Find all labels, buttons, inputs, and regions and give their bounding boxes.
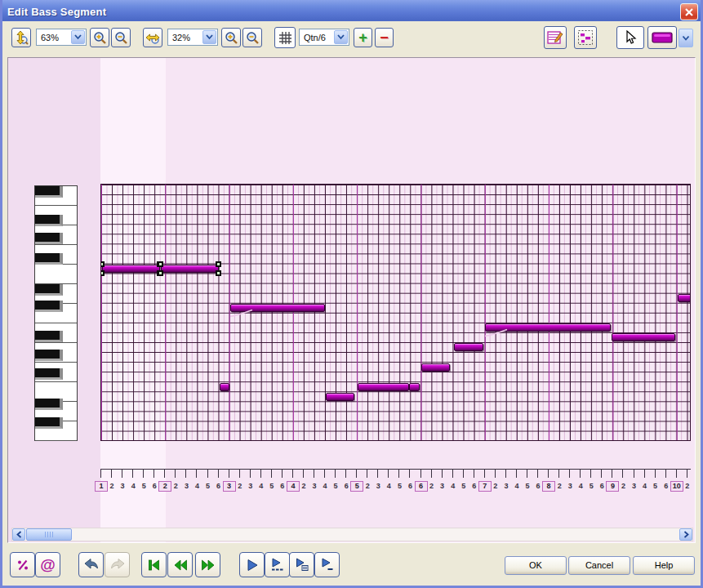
vertical-zoom-button[interactable]	[11, 28, 31, 47]
horizontal-zoom-select[interactable]: 32%	[167, 29, 218, 46]
midi-note[interactable]	[612, 333, 675, 341]
chevron-down-icon[interactable]	[202, 30, 216, 44]
piano-roll-grid[interactable]	[100, 184, 691, 441]
pattern-select-button[interactable]	[574, 26, 597, 49]
chevron-down-icon[interactable]	[71, 30, 85, 44]
beat-number: 2	[558, 482, 562, 490]
chevron-down-icon[interactable]	[334, 30, 348, 44]
midi-note[interactable]	[678, 294, 691, 302]
timeline-ruler	[100, 469, 691, 479]
remove-button[interactable]: −	[375, 28, 394, 47]
horizontal-scrollbar[interactable]	[11, 528, 693, 541]
at-properties-button[interactable]: @	[35, 552, 60, 577]
piano-black-key[interactable]	[35, 368, 63, 380]
piano-black-key[interactable]	[35, 253, 63, 265]
beat-number: 6	[408, 482, 412, 490]
ruler-tick	[676, 470, 677, 478]
horizontal-zoom-out-button[interactable]	[242, 28, 262, 47]
rewind-button[interactable]	[167, 552, 193, 577]
vertical-zoom-in-button[interactable]	[90, 28, 109, 47]
scrollbar-thumb[interactable]	[26, 528, 72, 541]
percent-icon	[16, 558, 30, 572]
redo-button[interactable]	[105, 552, 130, 577]
ruler-tick	[218, 470, 219, 478]
cancel-button[interactable]: Cancel	[568, 556, 630, 575]
piano-black-key[interactable]	[35, 350, 63, 361]
midi-note[interactable]	[220, 383, 229, 391]
piano-black-key[interactable]	[35, 233, 63, 244]
ruler-tick	[271, 470, 272, 478]
snap-grid-button[interactable]	[274, 27, 296, 48]
ruler-tick	[644, 470, 645, 478]
selection-handle[interactable]	[100, 270, 105, 276]
event-list-button[interactable]	[544, 26, 567, 49]
help-button[interactable]: Help	[633, 556, 695, 575]
horizontal-zoom-icon	[145, 30, 160, 45]
selection-handle[interactable]	[216, 270, 221, 276]
play-list-button[interactable]	[289, 552, 314, 577]
ruler-tick	[111, 470, 112, 478]
zoom-in-icon	[225, 31, 238, 45]
piano-black-key[interactable]	[35, 331, 63, 342]
rewind-icon	[173, 559, 188, 572]
ruler-tick	[431, 470, 432, 478]
beat-number: 2	[493, 482, 497, 490]
selection-handle[interactable]	[158, 261, 163, 267]
midi-note[interactable]	[409, 383, 420, 391]
beat-number: 6	[280, 482, 284, 490]
vertical-zoom-out-button[interactable]	[111, 28, 131, 47]
ruler-tick	[409, 470, 410, 478]
selection-handle[interactable]	[158, 270, 163, 276]
bar-number: 6	[415, 481, 428, 492]
selection-handle[interactable]	[216, 261, 221, 267]
piano-black-key[interactable]	[35, 417, 63, 429]
ruler-tick	[580, 470, 581, 478]
ruler-tick	[303, 470, 304, 478]
piano-black-key[interactable]	[35, 186, 63, 198]
velocity-percent-button[interactable]	[10, 552, 35, 577]
piano-black-key[interactable]	[35, 215, 63, 226]
go-to-start-button[interactable]	[141, 552, 167, 577]
play-button[interactable]	[239, 552, 265, 577]
bottom-toolbar: @	[2, 543, 701, 583]
ruler-tick	[569, 470, 570, 478]
bar-number: 2	[158, 481, 171, 492]
grid-resolution-select[interactable]: Qtn/6	[299, 29, 349, 46]
midi-note[interactable]	[454, 343, 484, 351]
midi-note[interactable]	[421, 363, 450, 372]
add-button[interactable]: +	[354, 28, 372, 47]
scroll-right-button[interactable]	[679, 528, 692, 541]
selection-handle[interactable]	[100, 261, 105, 267]
midi-note-selected[interactable]	[161, 265, 218, 273]
beat-number: 6	[600, 482, 604, 490]
midi-note-selected[interactable]	[102, 265, 161, 273]
scroll-left-button[interactable]	[12, 528, 25, 541]
piano-black-key[interactable]	[35, 284, 63, 296]
midi-note[interactable]	[485, 323, 611, 332]
pointer-tool-button[interactable]	[616, 26, 644, 49]
vertical-zoom-select[interactable]: 63%	[36, 29, 87, 46]
note-tool-dropdown[interactable]	[679, 29, 693, 47]
midi-note[interactable]	[230, 304, 325, 312]
ruler-tick	[292, 470, 293, 478]
horizontal-zoom-in-button[interactable]	[221, 28, 241, 47]
undo-button[interactable]	[78, 552, 104, 577]
piano-black-key[interactable]	[35, 301, 63, 312]
beat-number: 3	[632, 482, 636, 490]
titlebar[interactable]: Edit Bass Segment	[0, 0, 703, 24]
play-muted-button[interactable]	[314, 552, 340, 577]
close-button[interactable]	[680, 3, 698, 20]
piano-black-key[interactable]	[35, 399, 63, 410]
fast-forward-button[interactable]	[195, 552, 220, 577]
piano-white-key[interactable]	[35, 265, 77, 284]
horizontal-zoom-button[interactable]	[143, 28, 162, 47]
ruler-tick	[516, 470, 517, 478]
grid-resolution-value: Qtn/6	[300, 33, 334, 42]
midi-note[interactable]	[358, 383, 409, 391]
ok-button[interactable]: OK	[505, 556, 567, 575]
midi-note[interactable]	[326, 393, 354, 401]
beat-number: 3	[376, 482, 380, 490]
beat-number: 4	[579, 482, 583, 490]
play-segment-button[interactable]	[265, 552, 290, 577]
note-tool-button[interactable]	[647, 26, 677, 49]
